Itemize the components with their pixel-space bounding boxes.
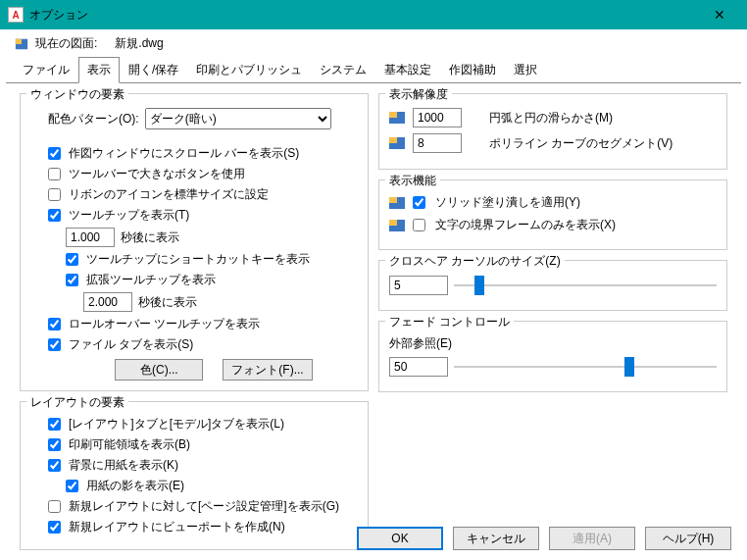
tab-basic[interactable]: 基本設定 (375, 57, 440, 83)
poly-seg-label: ポリライン カーブのセグメント(V) (489, 135, 672, 152)
chk-paper[interactable] (48, 459, 61, 472)
chk-tooltip[interactable] (48, 209, 61, 222)
chk-solid-fill[interactable] (413, 196, 425, 209)
current-drawing-row: 現在の図面: 新規.dwg (0, 29, 747, 56)
group-title-window: ウィンドウの要素 (26, 86, 128, 103)
dwg-icon (389, 196, 405, 210)
chk-printable[interactable] (48, 438, 61, 451)
titlebar: A オプション ✕ (0, 0, 747, 29)
group-title-layout: レイアウトの要素 (26, 394, 128, 411)
svg-rect-1 (16, 38, 22, 43)
group-layout-elements: レイアウトの要素 [レイアウト]タブと[モデル]タブを表示(L) 印刷可能領域を… (20, 401, 369, 550)
chk-scrollbar[interactable] (48, 147, 61, 160)
group-crosshair: クロスヘア カーソルのサイズ(Z) (378, 260, 727, 311)
poly-seg-input[interactable] (413, 133, 462, 153)
lbl-tooltip: ツールチップを表示(T) (69, 207, 189, 224)
xref-label: 外部参照(E) (389, 335, 717, 352)
apply-button[interactable]: 適用(A) (549, 527, 635, 550)
group-window-elements: ウィンドウの要素 配色パターン(O): ダーク(暗い) 作図ウィンドウにスクロー… (20, 93, 369, 391)
crosshair-size-input[interactable] (389, 276, 448, 295)
tab-bar: ファイル 表示 開く/保存 印刷とパブリッシュ システム 基本設定 作図補助 選… (0, 56, 747, 82)
chk-text-frame[interactable] (413, 219, 425, 231)
svg-rect-7 (389, 197, 397, 203)
tab-file[interactable]: ファイル (14, 57, 78, 83)
lbl-solid-fill: ソリッド塗り潰しを適用(Y) (435, 194, 580, 211)
arc-smooth-label: 円弧と円の滑らかさ(M) (489, 110, 613, 127)
ext-tooltip-delay-input[interactable] (83, 292, 132, 312)
lbl-scrollbar: 作図ウィンドウにスクロール バーを表示(S) (69, 145, 299, 162)
crosshair-slider[interactable] (454, 275, 717, 296)
drawing-icon (14, 37, 29, 51)
arc-smooth-input[interactable] (413, 108, 462, 127)
xref-fade-slider[interactable] (454, 356, 717, 378)
dialog-button-bar: OK キャンセル 適用(A) ヘルプ(H) (357, 527, 731, 550)
chk-file-tabs[interactable] (48, 338, 61, 351)
lbl-text-frame: 文字の境界フレームのみを表示(X) (435, 217, 616, 233)
chk-shadow[interactable] (66, 480, 78, 492)
current-drawing-label: 現在の図面: (35, 35, 97, 52)
svg-rect-5 (389, 137, 397, 143)
svg-rect-9 (389, 220, 397, 226)
help-button[interactable]: ヘルプ(H) (645, 527, 731, 550)
lbl-shadow: 用紙の影を表示(E) (86, 478, 184, 494)
color-scheme-label: 配色パターン(O): (48, 111, 139, 127)
chk-large-buttons[interactable] (48, 168, 61, 180)
lbl-viewport: 新規レイアウトにビューポートを作成(N) (69, 519, 285, 535)
lbl-rollover: ロールオーバー ツールチップを表示 (69, 316, 260, 332)
group-title-resolution: 表示解像度 (385, 86, 452, 103)
ext-tooltip-delay-label: 秒後に表示 (138, 294, 197, 311)
font-button[interactable]: フォント(F)... (223, 359, 312, 381)
window-title: オプション (29, 7, 700, 24)
svg-rect-3 (389, 112, 397, 118)
group-title-display-func: 表示機能 (385, 173, 440, 189)
group-title-fade: フェード コントロール (385, 314, 514, 331)
group-fade: フェード コントロール 外部参照(E) (378, 321, 727, 392)
chk-viewport[interactable] (48, 521, 61, 534)
lbl-paper: 背景に用紙を表示(K) (69, 457, 178, 474)
group-resolution: 表示解像度 円弧と円の滑らかさ(M) ポリライン カーブのセグメント(V) (378, 93, 727, 170)
lbl-large-buttons: ツールバーで大きなボタンを使用 (69, 166, 245, 182)
app-icon: A (8, 7, 24, 23)
ok-button[interactable]: OK (357, 527, 443, 550)
chk-ribbon-icons[interactable] (48, 188, 61, 201)
lbl-page-setup: 新規レイアウトに対して[ページ設定管理]を表示(G) (69, 498, 339, 515)
current-drawing-name: 新規.dwg (115, 35, 163, 52)
tab-print[interactable]: 印刷とパブリッシュ (187, 57, 311, 83)
chk-page-setup[interactable] (48, 500, 61, 513)
dwg-icon (389, 136, 405, 150)
color-scheme-select[interactable]: ダーク(暗い) (145, 108, 331, 129)
dwg-icon (389, 111, 405, 125)
color-button[interactable]: 色(C)... (115, 359, 203, 381)
group-display-func: 表示機能 ソリッド塗り潰しを適用(Y) 文字の境界フレームのみを表示(X) (378, 179, 727, 250)
chk-layout-model[interactable] (48, 418, 61, 431)
tab-display[interactable]: 表示 (78, 57, 120, 83)
tab-drafting[interactable]: 作図補助 (440, 57, 505, 83)
chk-rollover[interactable] (48, 318, 61, 331)
lbl-shortcut: ツールチップにショートカットキーを表示 (86, 251, 310, 268)
dwg-icon (389, 219, 405, 232)
lbl-ext-tooltip: 拡張ツールチップを表示 (86, 272, 216, 288)
close-icon[interactable]: ✕ (700, 7, 739, 23)
tab-open-save[interactable]: 開く/保存 (120, 57, 187, 83)
lbl-file-tabs: ファイル タブを表示(S) (69, 336, 193, 353)
cancel-button[interactable]: キャンセル (453, 527, 539, 550)
lbl-ribbon-icons: リボンのアイコンを標準サイズに設定 (69, 186, 269, 203)
tooltip-delay-label: 秒後に表示 (121, 229, 179, 246)
tab-system[interactable]: システム (311, 57, 375, 83)
lbl-layout-model: [レイアウト]タブと[モデル]タブを表示(L) (69, 416, 284, 433)
xref-fade-input[interactable] (389, 357, 448, 377)
lbl-printable: 印刷可能領域を表示(B) (69, 436, 190, 453)
tooltip-delay-input[interactable] (66, 228, 115, 247)
group-title-crosshair: クロスヘア カーソルのサイズ(Z) (385, 253, 565, 270)
chk-ext-tooltip[interactable] (66, 274, 78, 286)
tab-selection[interactable]: 選択 (505, 57, 546, 83)
chk-shortcut[interactable] (66, 253, 78, 266)
